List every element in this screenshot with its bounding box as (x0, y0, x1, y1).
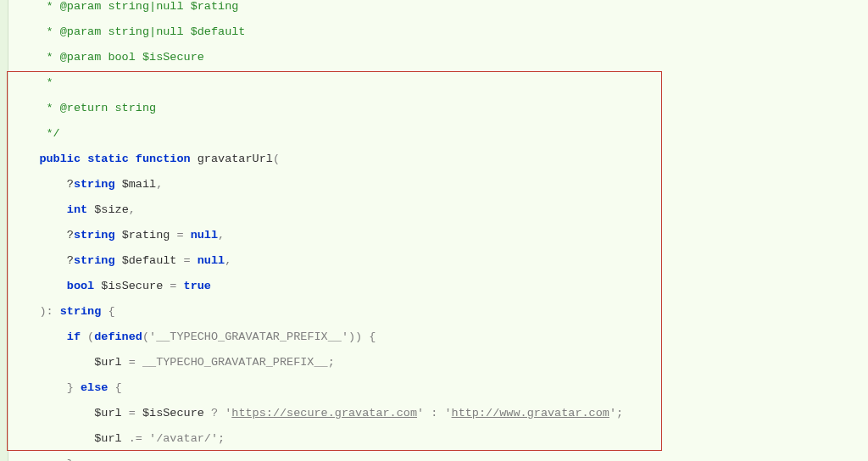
param-line: bool $isSecure = true (12, 280, 868, 292)
close-brace: } (12, 458, 868, 461)
code-editor[interactable]: * @param string|null $rating * @param st… (8, 0, 868, 461)
docblock-line: * (12, 76, 868, 89)
function-signature: public static function gravatarUrl( (12, 153, 868, 165)
assign-line: $url = $isSecure ? 'https://secure.grava… (12, 407, 868, 419)
docblock-line: * @return string (12, 102, 868, 114)
assign-line: $url .= '/avatar/'; (12, 432, 868, 445)
param-line: ?string $rating = null, (12, 229, 868, 242)
docblock-line: * @param string|null $rating (12, 0, 868, 13)
param-line: ?string $default = null, (12, 254, 868, 267)
docblock-line: */ (12, 127, 868, 140)
docblock-line: * @param bool $isSecure (12, 51, 868, 64)
line-number-gutter (0, 0, 8, 461)
param-line: ?string $mail, (12, 178, 868, 191)
function-signature-close: ): string { (12, 305, 868, 318)
if-line: if (defined('__TYPECHO_GRAVATAR_PREFIX__… (12, 330, 868, 343)
docblock-line: * @param string|null $default (12, 25, 868, 38)
else-line: } else { (12, 381, 868, 394)
param-line: int $size, (12, 203, 868, 216)
assign-line: $url = __TYPECHO_GRAVATAR_PREFIX__; (12, 356, 868, 369)
